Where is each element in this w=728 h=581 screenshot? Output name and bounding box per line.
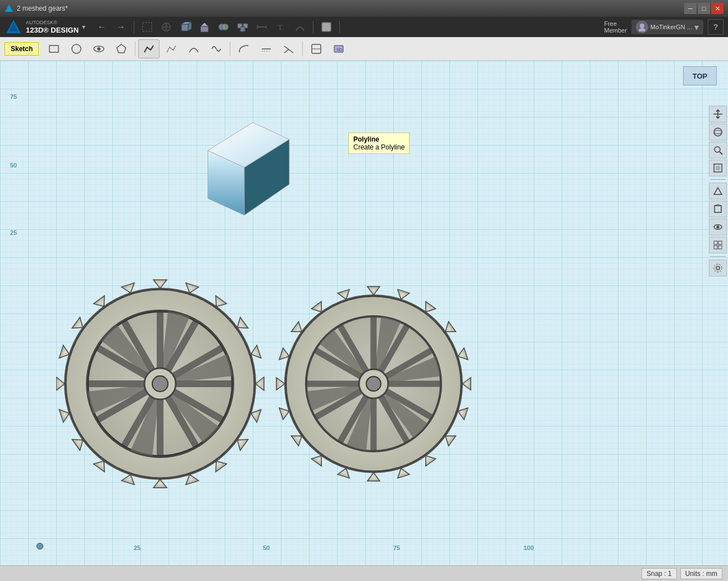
- rectangle-tool[interactable]: [43, 39, 65, 58]
- user-menu[interactable]: MoTinkerGN ... ▾: [631, 20, 703, 34]
- eye-view-btn[interactable]: [709, 219, 727, 235]
- combine-tool[interactable]: [215, 19, 232, 35]
- extrude-tool[interactable]: [196, 19, 213, 35]
- units-indicator[interactable]: Units : mm: [680, 568, 722, 579]
- measure-tool[interactable]: [253, 19, 270, 35]
- snap-tool[interactable]: [292, 19, 308, 35]
- svg-point-27: [97, 47, 101, 51]
- select-tool[interactable]: [139, 19, 156, 35]
- minimize-button[interactable]: ─: [684, 3, 697, 14]
- svg-rect-7: [181, 24, 188, 31]
- eye-tool[interactable]: [88, 39, 110, 58]
- brand-dropdown[interactable]: ▾: [82, 23, 85, 31]
- svg-rect-125: [714, 241, 717, 244]
- svg-rect-127: [714, 246, 717, 249]
- viewport[interactable]: 75 50 25 25 50 75 100: [0, 61, 728, 565]
- svg-point-25: [72, 44, 81, 53]
- svg-marker-91: [276, 378, 285, 390]
- svg-point-106: [366, 376, 381, 391]
- brand-text: AUTODESK® 123D® DESIGN: [26, 20, 79, 34]
- rp-sep1: [710, 179, 726, 180]
- svg-marker-43: [153, 280, 167, 288]
- maximize-button[interactable]: □: [698, 3, 710, 14]
- box-tool[interactable]: [177, 19, 194, 35]
- x-axis-50: 50: [263, 544, 270, 551]
- trim-tool[interactable]: [278, 39, 299, 58]
- user-dropdown-arrow[interactable]: ▾: [694, 22, 699, 33]
- rp-sep2: [710, 256, 726, 257]
- y-axis-50: 50: [10, 162, 17, 169]
- svg-line-116: [720, 152, 722, 155]
- pentagon-tool[interactable]: [111, 39, 132, 58]
- zoom-tool-btn[interactable]: [709, 142, 727, 158]
- gears-viewport[interactable]: [56, 263, 483, 505]
- svg-point-114: [714, 130, 722, 134]
- svg-point-23: [639, 28, 645, 31]
- svg-point-113: [714, 128, 722, 136]
- svg-rect-24: [49, 46, 58, 52]
- account-area: FreeMember MoTinkerGN ... ▾ ?: [604, 19, 724, 35]
- spline-tool[interactable]: [161, 39, 182, 58]
- wireframe-btn[interactable]: [709, 201, 727, 217]
- constraint-tool[interactable]: [306, 39, 327, 58]
- arc-tool[interactable]: [183, 39, 204, 58]
- snap-indicator[interactable]: Snap : 1: [641, 568, 677, 579]
- polyline-tooltip: Polyline Create a Polyline: [348, 133, 410, 154]
- svg-point-22: [640, 24, 644, 28]
- left-gear[interactable]: [56, 280, 264, 488]
- status-bar: Snap : 1 Units : mm: [0, 565, 728, 581]
- perspective-btn[interactable]: [709, 183, 727, 199]
- sketch-toolbar: Sketch 3D: [0, 37, 728, 61]
- settings-view-btn[interactable]: [709, 260, 727, 276]
- right-gear[interactable]: [276, 287, 471, 481]
- origin-dot: [37, 543, 43, 550]
- autodesk-logo: [4, 18, 22, 36]
- svg-rect-128: [718, 246, 722, 249]
- undo-button[interactable]: ←: [93, 19, 110, 35]
- svg-rect-118: [716, 166, 720, 170]
- text-tool[interactable]: T: [272, 19, 289, 35]
- logo-area: AUTODESK® 123D® DESIGN ▾: [4, 18, 85, 36]
- product-label: 123D® DESIGN: [26, 26, 79, 35]
- fit-view-btn[interactable]: [709, 160, 727, 176]
- material-tool[interactable]: [318, 19, 335, 35]
- help-button[interactable]: ?: [708, 19, 724, 35]
- username-label: MoTinkerGN ...: [650, 24, 692, 30]
- title-bar: 2 meshed gears* ─ □ ✕: [0, 0, 728, 17]
- svg-marker-81: [462, 378, 471, 390]
- svg-marker-58: [56, 377, 65, 391]
- svg-text:3D: 3D: [336, 47, 342, 52]
- group-tool[interactable]: [234, 19, 251, 35]
- sketch-button[interactable]: Sketch: [4, 42, 39, 56]
- svg-rect-16: [240, 27, 245, 31]
- offset-tool[interactable]: [256, 39, 277, 58]
- svg-line-32: [284, 49, 289, 53]
- free-member-label: FreeMember: [604, 20, 626, 34]
- y-axis-75: 75: [10, 93, 17, 100]
- grid-view-btn[interactable]: [709, 237, 727, 253]
- svg-rect-120: [715, 206, 721, 212]
- arc2-tool[interactable]: [206, 39, 227, 58]
- autodesk-label: AUTODESK®: [26, 20, 79, 26]
- svg-marker-11: [201, 22, 208, 26]
- close-button[interactable]: ✕: [711, 3, 724, 14]
- orbit-tool-btn[interactable]: [709, 124, 727, 140]
- circle-tool[interactable]: [66, 39, 87, 58]
- svg-rect-3: [143, 22, 152, 31]
- svg-marker-76: [367, 287, 380, 295]
- pan-tool-btn[interactable]: [709, 106, 727, 122]
- transform-tool[interactable]: [158, 19, 175, 35]
- fillet-tool[interactable]: [233, 39, 254, 58]
- window-title: 2 meshed gears*: [17, 4, 68, 12]
- redo-button[interactable]: →: [112, 19, 129, 35]
- svg-marker-119: [714, 188, 722, 194]
- svg-point-129: [716, 266, 720, 270]
- 3d-sketch-tool[interactable]: 3D: [328, 39, 349, 58]
- x-axis-100: 100: [524, 544, 534, 551]
- curve-separator: [230, 42, 230, 56]
- tooltip-title: Polyline: [353, 135, 404, 143]
- polyline-tool[interactable]: [138, 39, 160, 58]
- svg-text:T: T: [277, 22, 283, 32]
- edit-separator: [302, 42, 303, 56]
- x-axis-25: 25: [134, 544, 140, 551]
